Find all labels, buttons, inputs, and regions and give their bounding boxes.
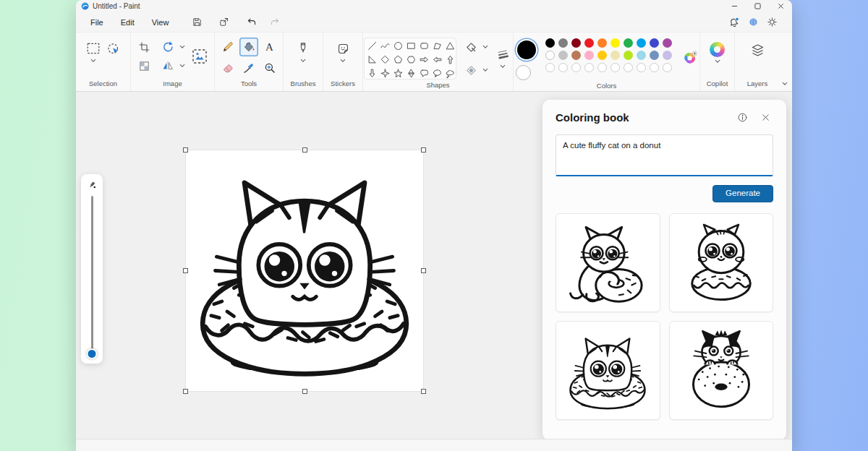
rotate-selection-tool[interactable] bbox=[104, 40, 123, 59]
selection-handle-nw[interactable] bbox=[183, 147, 188, 153]
chevron-down-icon[interactable] bbox=[482, 67, 489, 73]
chevron-down-icon[interactable] bbox=[179, 44, 186, 50]
fill-tool[interactable] bbox=[239, 38, 258, 56]
line-width-button[interactable] bbox=[493, 45, 512, 64]
resize-image-tool[interactable] bbox=[189, 46, 210, 67]
pencil-tool[interactable] bbox=[218, 38, 237, 56]
text-tool[interactable]: A bbox=[260, 38, 279, 56]
chevron-down-icon[interactable] bbox=[499, 64, 506, 69]
color-swatch-fff200[interactable] bbox=[610, 38, 620, 48]
share-button[interactable] bbox=[214, 14, 234, 30]
size-slider-thumb[interactable] bbox=[87, 348, 98, 359]
shape-pentagon[interactable] bbox=[391, 53, 404, 66]
chevron-down-icon[interactable] bbox=[482, 44, 489, 50]
rotate-tool[interactable] bbox=[158, 38, 177, 56]
shape-arrow-up[interactable] bbox=[443, 53, 456, 66]
size-slider-track[interactable] bbox=[91, 196, 93, 356]
shape-arrow-left[interactable] bbox=[430, 53, 443, 66]
redo-button[interactable] bbox=[265, 14, 284, 30]
color-swatch-3f48cc[interactable] bbox=[650, 38, 659, 48]
color-swatch-7f7f7f[interactable] bbox=[558, 38, 568, 48]
shape-right-triangle[interactable] bbox=[365, 53, 378, 66]
menu-file[interactable]: File bbox=[82, 15, 112, 30]
color-picker-tool[interactable] bbox=[239, 59, 258, 77]
color-swatch-empty-9[interactable] bbox=[663, 63, 672, 72]
color-swatch-ffc90e[interactable] bbox=[597, 51, 607, 60]
brushes-button[interactable] bbox=[294, 39, 312, 58]
selection-handle-e[interactable] bbox=[421, 268, 426, 273]
color-swatch-7092be[interactable] bbox=[650, 51, 659, 60]
settings-button[interactable] bbox=[767, 17, 778, 27]
color-swatch-empty-1[interactable] bbox=[558, 63, 568, 72]
save-button[interactable] bbox=[187, 14, 207, 30]
shape-diamond[interactable] bbox=[378, 53, 391, 66]
color-swatch-b5e61d[interactable] bbox=[624, 51, 633, 60]
shape-polygon[interactable] bbox=[430, 39, 443, 53]
shape-outline-button[interactable] bbox=[461, 38, 480, 56]
undo-button[interactable] bbox=[242, 14, 262, 30]
color-swatch-empty-8[interactable] bbox=[650, 63, 659, 72]
selection-handle-n[interactable] bbox=[302, 147, 307, 153]
color-swatch-empty-6[interactable] bbox=[624, 63, 633, 72]
account-button[interactable] bbox=[748, 17, 759, 27]
color-swatch-empty-5[interactable] bbox=[610, 63, 620, 72]
color-swatch-ed1c24[interactable] bbox=[584, 38, 594, 48]
color-swatch-c3c3c3[interactable] bbox=[558, 51, 568, 60]
color-swatch-ffffff[interactable] bbox=[545, 51, 555, 60]
shape-curve[interactable] bbox=[378, 39, 391, 53]
color-swatch-000000[interactable] bbox=[545, 38, 555, 48]
shape-speech-cloud[interactable] bbox=[443, 66, 456, 80]
primary-color-swatch[interactable] bbox=[517, 40, 536, 59]
magnifier-tool[interactable] bbox=[260, 59, 279, 77]
color-swatch-ffaec9[interactable] bbox=[584, 51, 594, 60]
color-swatch-empty-4[interactable] bbox=[597, 63, 607, 72]
shape-line[interactable] bbox=[365, 39, 378, 53]
prompt-input[interactable]: A cute fluffy cat on a donut bbox=[556, 134, 773, 176]
shape-rounded-rectangle[interactable] bbox=[417, 39, 430, 53]
flip-tool[interactable] bbox=[158, 56, 177, 75]
layers-button[interactable] bbox=[748, 40, 767, 59]
shape-fill-button[interactable] bbox=[461, 61, 480, 80]
generate-button[interactable]: Generate bbox=[712, 185, 773, 202]
color-swatch-empty-3[interactable] bbox=[584, 63, 594, 72]
thumbnail-fluffy-cat-on-donut[interactable] bbox=[669, 213, 774, 312]
chevron-down-icon[interactable] bbox=[299, 58, 307, 64]
menu-view[interactable]: View bbox=[143, 15, 178, 30]
color-swatch-880015[interactable] bbox=[571, 38, 581, 48]
maximize-button[interactable] bbox=[746, 0, 769, 12]
stickers-button[interactable] bbox=[333, 39, 352, 58]
color-swatch-a349a4[interactable] bbox=[663, 38, 672, 48]
rectangle-select-tool[interactable] bbox=[84, 39, 103, 58]
selection-handle-se[interactable] bbox=[421, 389, 426, 394]
shape-star-four[interactable] bbox=[378, 66, 391, 80]
shape-arrow-right[interactable] bbox=[417, 53, 430, 66]
selection-handle-w[interactable] bbox=[183, 268, 188, 273]
shape-triangle[interactable] bbox=[443, 39, 456, 53]
ribbon-collapse[interactable] bbox=[780, 33, 792, 91]
color-swatch-empty-0[interactable] bbox=[545, 63, 555, 72]
color-swatch-c8bfe7[interactable] bbox=[663, 51, 672, 60]
notifications-button[interactable] bbox=[728, 17, 740, 28]
crop-tool[interactable] bbox=[135, 38, 154, 56]
color-swatch-b97a57[interactable] bbox=[571, 51, 581, 60]
selection-handle-sw[interactable] bbox=[183, 389, 188, 394]
shape-oval[interactable] bbox=[391, 39, 404, 53]
color-swatch-efe4b0[interactable] bbox=[610, 51, 620, 60]
color-swatch-ff7f27[interactable] bbox=[597, 38, 607, 48]
panel-close-button[interactable] bbox=[757, 109, 773, 125]
thumbnail-cat-inside-donut[interactable] bbox=[556, 321, 660, 420]
color-swatch-empty-2[interactable] bbox=[571, 63, 581, 72]
thumbnail-cat-hugging-donut[interactable] bbox=[556, 213, 660, 312]
edit-colors-button[interactable] bbox=[681, 48, 699, 67]
shape-rectangle[interactable] bbox=[404, 39, 417, 53]
shape-speech-rounded[interactable] bbox=[417, 66, 430, 80]
copilot-button[interactable] bbox=[708, 40, 727, 59]
selection-handle-s[interactable] bbox=[302, 389, 307, 394]
selection-handle-ne[interactable] bbox=[421, 147, 426, 153]
remove-background-tool[interactable] bbox=[135, 56, 154, 75]
chevron-down-icon[interactable] bbox=[179, 63, 186, 69]
shape-hexagon[interactable] bbox=[404, 53, 417, 66]
minimize-button[interactable] bbox=[723, 0, 746, 12]
shape-star-six[interactable] bbox=[404, 66, 417, 80]
secondary-color-swatch[interactable] bbox=[516, 65, 531, 80]
